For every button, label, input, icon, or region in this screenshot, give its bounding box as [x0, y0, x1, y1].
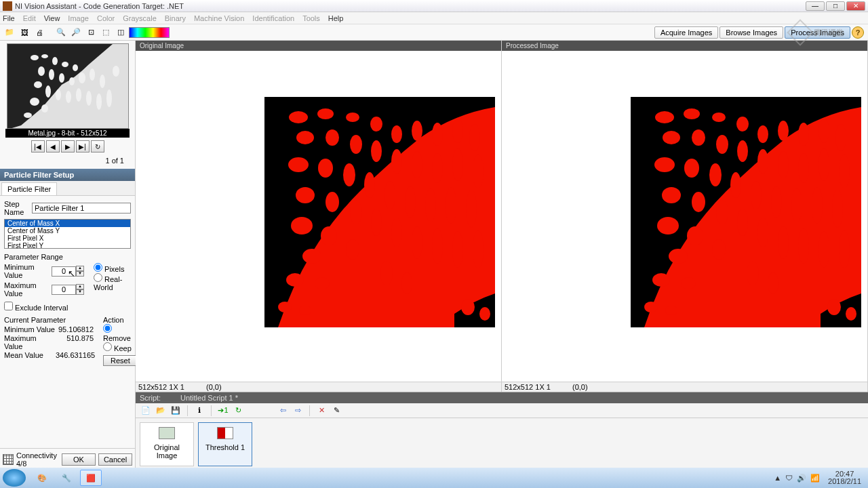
- menu-machinevision[interactable]: Machine Vision: [194, 14, 244, 22]
- svg-point-101: [832, 190, 843, 228]
- ok-button[interactable]: OK: [62, 453, 96, 466]
- original-header: Original Image: [136, 41, 501, 51]
- dual-view-icon[interactable]: ◫: [114, 26, 127, 39]
- menu-tools[interactable]: Tools: [302, 14, 320, 22]
- menu-edit[interactable]: Edit: [23, 14, 36, 22]
- menu-help[interactable]: Help: [328, 14, 344, 22]
- radio-keep[interactable]: Keep: [103, 344, 132, 352]
- new-script-icon[interactable]: 📄: [140, 405, 152, 417]
- browse-images-button[interactable]: Browse Images: [719, 26, 783, 39]
- task-app2-icon[interactable]: 🔧: [56, 470, 77, 486]
- svg-point-33: [452, 119, 463, 143]
- clock[interactable]: 20:472018/2/11: [828, 470, 861, 485]
- zoom-fit-icon[interactable]: ⊡: [84, 26, 98, 39]
- menu-color[interactable]: Color: [97, 14, 115, 22]
- task-vision-icon[interactable]: 🟥: [80, 470, 102, 486]
- maximize-button[interactable]: □: [826, 1, 845, 11]
- parameter-listbox[interactable]: Center of Mass X Center of Mass Y First …: [4, 219, 131, 249]
- first-image-button[interactable]: |◀: [31, 140, 45, 152]
- svg-point-100: [812, 187, 823, 224]
- spin-down-icon[interactable]: ▼: [76, 271, 84, 277]
- run-loop-icon[interactable]: ↻: [232, 405, 244, 417]
- svg-point-71: [401, 272, 412, 294]
- svg-point-39: [391, 149, 402, 174]
- palette-bar[interactable]: [129, 27, 170, 38]
- script-step-threshold[interactable]: Threshold 1: [198, 422, 252, 466]
- setup-header: Particle Filter Setup: [0, 169, 135, 181]
- menu-identification[interactable]: Identification: [252, 14, 294, 22]
- last-image-button[interactable]: ▶|: [76, 140, 90, 152]
- svg-point-34: [469, 124, 480, 151]
- app-icon: [3, 1, 12, 11]
- prev-image-button[interactable]: ◀: [46, 140, 60, 152]
- print-icon[interactable]: 🖨: [33, 26, 46, 39]
- next-image-button[interactable]: ▶: [61, 140, 75, 152]
- original-image-canvas[interactable]: [264, 97, 495, 327]
- tray-icon[interactable]: 🔊: [797, 474, 806, 483]
- delete-step-icon[interactable]: ✕: [315, 405, 328, 417]
- svg-point-81: [798, 123, 809, 146]
- svg-point-46: [343, 163, 355, 186]
- menu-image[interactable]: Image: [68, 14, 89, 22]
- edit-step-icon[interactable]: ✎: [330, 405, 342, 417]
- menu-grayscale[interactable]: Grayscale: [123, 14, 157, 22]
- spin-down-icon[interactable]: ▼: [76, 289, 84, 295]
- task-app1-icon[interactable]: 🎨: [31, 470, 53, 486]
- radio-pixels[interactable]: Pixels: [94, 263, 131, 273]
- image-icon[interactable]: 🖼: [18, 26, 31, 39]
- close-button[interactable]: ✕: [846, 1, 865, 11]
- step-fwd-icon[interactable]: ⇨: [292, 405, 304, 417]
- status-resolution: 512x512 1X 1: [505, 383, 572, 391]
- radio-remove[interactable]: Remove: [103, 326, 131, 342]
- svg-point-11: [90, 68, 95, 81]
- cancel-button[interactable]: Cancel: [98, 453, 132, 466]
- start-button[interactable]: [3, 469, 26, 487]
- svg-point-97: [751, 181, 762, 209]
- svg-point-7: [49, 69, 54, 80]
- step-name-input[interactable]: [32, 203, 131, 214]
- max-value-input[interactable]: [52, 285, 76, 295]
- tab-particle-filter[interactable]: Particle Filter: [1, 182, 57, 195]
- svg-point-24: [113, 66, 119, 77]
- refresh-image-button[interactable]: ↻: [91, 140, 104, 152]
- list-item[interactable]: First Pixel Y: [5, 242, 130, 249]
- script-step-original[interactable]: Original Image: [140, 422, 194, 466]
- svg-point-50: [425, 188, 436, 222]
- exclude-interval-checkbox[interactable]: Exclude Interval: [4, 304, 68, 312]
- processed-image-view: Processed Image: [502, 41, 868, 392]
- step-back-icon[interactable]: ⇦: [277, 405, 289, 417]
- svg-point-114: [669, 249, 688, 264]
- list-item[interactable]: First Pixel X: [5, 235, 130, 242]
- script-panel: Script: Untitled Script 1 * 📄 📂 💾 ℹ ➔1 ↻…: [136, 392, 868, 470]
- minimize-button[interactable]: —: [806, 1, 825, 11]
- open-icon[interactable]: 📁: [3, 26, 16, 39]
- max-value-label: Maximum Value: [4, 281, 52, 298]
- zoom-in-icon[interactable]: 🔍: [54, 26, 68, 39]
- menu-view[interactable]: View: [44, 14, 60, 22]
- connectivity-icon[interactable]: [3, 454, 14, 465]
- tray-icon[interactable]: 🛡: [785, 474, 793, 482]
- acquire-images-button[interactable]: Acquire Images: [654, 26, 718, 39]
- help-icon[interactable]: ?: [852, 26, 864, 39]
- tray-icon[interactable]: ▲: [774, 474, 781, 482]
- svg-point-83: [835, 124, 846, 151]
- menu-file[interactable]: File: [3, 14, 15, 22]
- list-item[interactable]: Center of Mass Y: [5, 227, 130, 235]
- watermark-cube-icon: [787, 19, 814, 46]
- open-script-icon[interactable]: 📂: [155, 405, 167, 417]
- svg-point-14: [45, 85, 51, 98]
- menu-binary[interactable]: Binary: [165, 14, 186, 22]
- spin-up-icon[interactable]: ▲: [76, 284, 84, 289]
- zoom-out-icon[interactable]: 🔎: [69, 26, 83, 39]
- processed-image-canvas[interactable]: [631, 97, 861, 327]
- spin-up-icon[interactable]: ▲: [76, 266, 84, 271]
- tray-icon[interactable]: 📶: [810, 474, 820, 483]
- radio-realworld[interactable]: Real-World: [94, 273, 131, 291]
- svg-point-19: [96, 94, 102, 110]
- info-icon[interactable]: ℹ: [193, 405, 205, 417]
- run-once-icon[interactable]: ➔1: [217, 405, 229, 417]
- save-script-icon[interactable]: 💾: [170, 405, 182, 417]
- zoom-select-icon[interactable]: ⬚: [99, 26, 113, 39]
- list-item[interactable]: Center of Mass X: [5, 220, 130, 227]
- reset-button[interactable]: Reset: [103, 355, 138, 366]
